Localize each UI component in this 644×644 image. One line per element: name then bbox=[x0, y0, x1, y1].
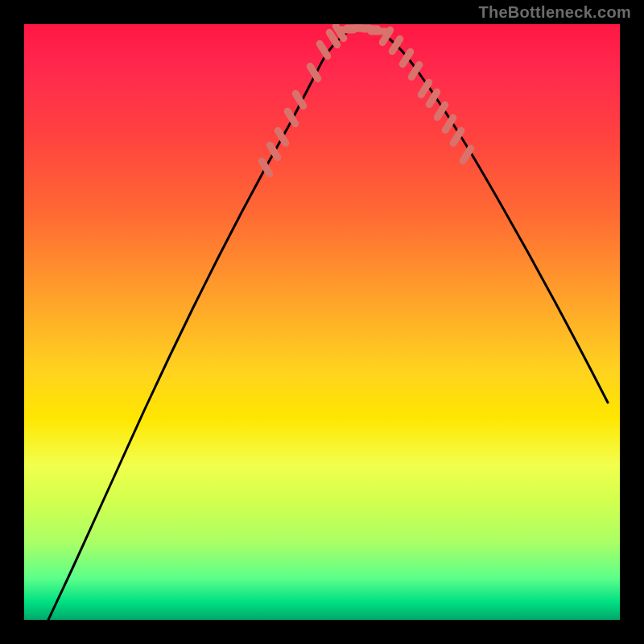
marker-point bbox=[463, 148, 471, 160]
marker-point bbox=[320, 43, 328, 56]
marker-point bbox=[445, 118, 453, 130]
marker-point bbox=[421, 82, 429, 94]
marker-point bbox=[411, 64, 419, 76]
marker-point bbox=[329, 32, 337, 44]
marker-point bbox=[310, 66, 318, 78]
marker-point bbox=[429, 92, 437, 104]
chart-frame: TheBottleneck.com bbox=[0, 0, 644, 644]
highlight-markers bbox=[262, 26, 471, 173]
marker-point bbox=[295, 93, 303, 105]
chart-svg bbox=[24, 24, 620, 620]
plot-area bbox=[24, 24, 620, 620]
bottleneck-curve bbox=[48, 28, 608, 620]
marker-point bbox=[453, 130, 461, 142]
watermark-text: TheBottleneck.com bbox=[478, 3, 631, 22]
marker-point bbox=[287, 111, 295, 123]
marker-point bbox=[437, 105, 445, 117]
